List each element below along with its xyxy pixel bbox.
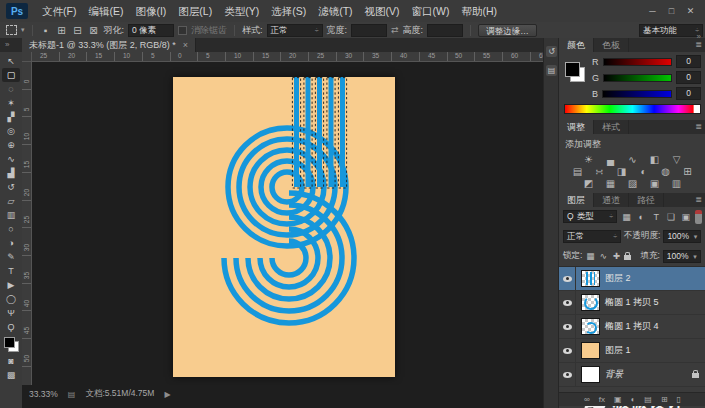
layer-thumbnail[interactable] bbox=[581, 342, 600, 359]
layer-name[interactable]: 背景 bbox=[605, 368, 623, 381]
threshold-icon[interactable]: ▨ bbox=[627, 178, 639, 189]
pen-tool-icon[interactable]: ✎ bbox=[2, 250, 20, 264]
menu-select[interactable]: 选择(S) bbox=[265, 0, 312, 22]
blue-value[interactable]: 0 bbox=[676, 87, 701, 100]
visibility-toggle[interactable] bbox=[559, 339, 576, 362]
tab-close-icon[interactable]: × bbox=[183, 40, 188, 50]
tool-preset-marquee-icon[interactable] bbox=[6, 25, 17, 35]
subtract-selection-icon[interactable]: ⊟ bbox=[72, 25, 84, 36]
layer-thumbnail[interactable] bbox=[581, 270, 600, 287]
canvas-area[interactable]: 25 20 15 10 5 0 5 10 15 20 25 30 35 40 4… bbox=[22, 52, 543, 385]
filter-adjustment-layers-icon[interactable]: ◐ bbox=[636, 212, 647, 222]
screen-mode-icon[interactable]: ▩ bbox=[2, 368, 20, 382]
toolbar-collapse-icon[interactable]: » bbox=[5, 38, 9, 51]
color-balance-icon[interactable]: ∺ bbox=[594, 166, 606, 177]
tab-styles[interactable]: 样式 bbox=[594, 120, 629, 134]
layer-row-layer-2[interactable]: 图层 2 bbox=[559, 267, 705, 291]
status-arrow-icon[interactable]: ▶ bbox=[164, 390, 170, 399]
tool-preset-caret-icon[interactable]: ▾ bbox=[21, 26, 25, 34]
feather-input[interactable]: 0 像素 bbox=[128, 24, 174, 37]
new-group-icon[interactable]: ▤ bbox=[644, 395, 652, 404]
properties-panel-icon[interactable]: ▤ bbox=[546, 65, 557, 76]
layer-filter-type-select[interactable]: Ϙ 类型 ÷ bbox=[563, 210, 617, 223]
lock-transparent-pixels-icon[interactable]: ▦ bbox=[585, 251, 595, 261]
layer-name[interactable]: 椭圆 1 拷贝 4 bbox=[605, 320, 659, 333]
foreground-color-swatch[interactable] bbox=[4, 337, 15, 348]
opacity-input[interactable]: 100% ▾ bbox=[663, 230, 701, 243]
menu-layer[interactable]: 图层(L) bbox=[172, 0, 218, 22]
layer-thumbnail[interactable] bbox=[581, 366, 600, 383]
lock-position-icon[interactable]: ✚ bbox=[611, 251, 621, 261]
brush-tool-icon[interactable]: ∿ bbox=[2, 152, 20, 166]
filter-type-layers-icon[interactable]: T bbox=[651, 212, 662, 222]
visibility-toggle[interactable] bbox=[559, 291, 576, 314]
visibility-toggle[interactable] bbox=[559, 315, 576, 338]
vibrance-icon[interactable]: ▽ bbox=[671, 154, 683, 165]
antialias-checkbox[interactable] bbox=[178, 26, 187, 35]
red-slider[interactable] bbox=[603, 58, 673, 66]
color-spectrum-bar[interactable] bbox=[564, 104, 701, 114]
width-input[interactable] bbox=[351, 24, 387, 37]
layer-row-ellipse-copy-4[interactable]: 椭圆 1 拷贝 4 bbox=[559, 315, 705, 339]
history-panel-icon[interactable]: ↺ bbox=[546, 46, 557, 57]
tab-layers[interactable]: 图层 bbox=[559, 193, 594, 207]
black-white-icon[interactable]: ◨ bbox=[616, 166, 628, 177]
rectangular-marquee-tool-icon[interactable]: ▢ bbox=[2, 68, 20, 82]
clone-stamp-tool-icon[interactable]: ▟ bbox=[2, 166, 20, 180]
layer-name[interactable]: 图层 2 bbox=[605, 272, 631, 285]
layer-name[interactable]: 图层 1 bbox=[605, 344, 631, 357]
refine-edge-button[interactable]: 调整边缘… bbox=[478, 24, 537, 37]
dodge-tool-icon[interactable]: ◑ bbox=[2, 236, 20, 250]
levels-icon[interactable]: ▄ bbox=[605, 154, 617, 165]
blue-slider[interactable] bbox=[602, 90, 672, 98]
tab-color[interactable]: 颜色 bbox=[559, 38, 594, 52]
document-tab[interactable]: 未标题-1 @ 33.3% (图层 2, RGB/8) * × bbox=[22, 38, 196, 52]
close-button[interactable]: ✕ bbox=[681, 1, 700, 21]
panel-menu-icon[interactable]: ≣ bbox=[695, 120, 705, 134]
shape-tool-icon[interactable]: ◯ bbox=[2, 292, 20, 306]
history-brush-tool-icon[interactable]: ↺ bbox=[2, 180, 20, 194]
new-adjustment-layer-icon[interactable]: ◐ bbox=[630, 395, 635, 404]
crop-tool-icon[interactable]: ▞ bbox=[2, 110, 20, 124]
blur-tool-icon[interactable]: ○ bbox=[2, 222, 20, 236]
type-tool-icon[interactable]: T bbox=[2, 264, 20, 278]
foreground-color-swatch[interactable] bbox=[565, 62, 580, 77]
hand-tool-icon[interactable]: Ψ bbox=[2, 306, 20, 320]
link-dimensions-icon[interactable]: ⇄ bbox=[391, 25, 399, 35]
visibility-toggle[interactable] bbox=[559, 363, 576, 386]
move-tool-icon[interactable]: ↖ bbox=[2, 54, 20, 68]
menu-type[interactable]: 类型(Y) bbox=[218, 0, 265, 22]
menu-filter[interactable]: 滤镜(T) bbox=[312, 0, 358, 22]
document-canvas[interactable] bbox=[173, 77, 395, 377]
healing-brush-tool-icon[interactable]: ⊕ bbox=[2, 138, 20, 152]
new-selection-icon[interactable]: ▪ bbox=[40, 25, 52, 36]
filter-pixel-layers-icon[interactable]: ▦ bbox=[621, 212, 632, 222]
eraser-tool-icon[interactable]: ▱ bbox=[2, 194, 20, 208]
layer-row-background[interactable]: 背景 bbox=[559, 363, 705, 387]
menu-file[interactable]: 文件(F) bbox=[36, 0, 82, 22]
brightness-contrast-icon[interactable]: ☀ bbox=[583, 154, 595, 165]
photo-filter-icon[interactable]: ◐ bbox=[638, 166, 650, 177]
red-value[interactable]: 0 bbox=[676, 55, 701, 68]
layer-thumbnail[interactable] bbox=[581, 294, 600, 311]
tab-channels[interactable]: 通道 bbox=[594, 193, 629, 207]
gradient-map-icon[interactable]: ▥ bbox=[671, 178, 683, 189]
filter-shape-layers-icon[interactable]: ❏ bbox=[666, 212, 677, 222]
channel-mixer-icon[interactable]: ◍ bbox=[660, 166, 672, 177]
zoom-tool-icon[interactable]: Ϙ bbox=[2, 320, 20, 334]
menu-window[interactable]: 窗口(W) bbox=[406, 0, 456, 22]
menu-help[interactable]: 帮助(H) bbox=[456, 0, 504, 22]
maximize-button[interactable]: □ bbox=[662, 1, 681, 21]
menu-view[interactable]: 视图(V) bbox=[359, 0, 406, 22]
layer-filter-toggle[interactable] bbox=[695, 210, 702, 224]
quick-selection-tool-icon[interactable]: ✶ bbox=[2, 96, 20, 110]
menu-image[interactable]: 图像(I) bbox=[129, 0, 172, 22]
hue-saturation-icon[interactable]: ▤ bbox=[572, 166, 584, 177]
zoom-level[interactable]: 33.33% bbox=[29, 389, 58, 399]
tab-adjustments[interactable]: 调整 bbox=[559, 120, 594, 134]
height-input[interactable] bbox=[427, 24, 463, 37]
layer-styles-icon[interactable]: fx bbox=[599, 395, 605, 404]
eyedropper-tool-icon[interactable]: ◎ bbox=[2, 124, 20, 138]
visibility-toggle[interactable] bbox=[559, 267, 576, 290]
gradient-tool-icon[interactable]: ▥ bbox=[2, 208, 20, 222]
